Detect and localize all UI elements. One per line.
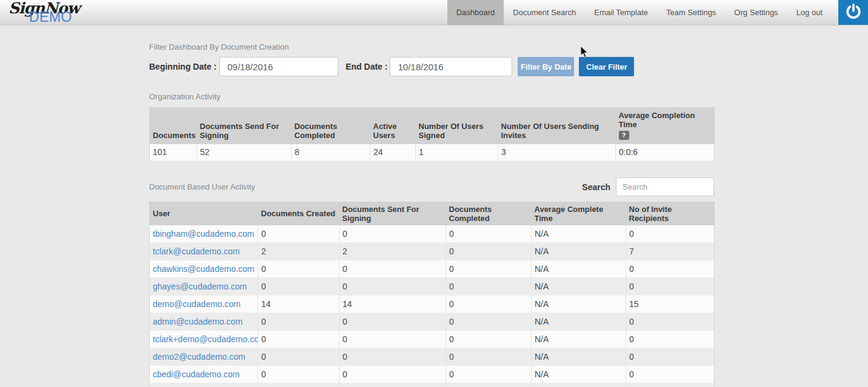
beginning-date-input[interactable] (219, 57, 338, 76)
value-cell: 7 (626, 243, 715, 260)
user-cell: cbedi@cudademo.com (150, 366, 258, 383)
user-col-user: User (150, 202, 258, 225)
value-cell: 0 (446, 383, 532, 387)
table-row: cbedi@cudademo.com000N/A0 (150, 366, 715, 383)
table-row: chawkins@cudademo.com000N/A0 (150, 260, 715, 278)
value-cell: 0 (339, 225, 446, 243)
user-email-link[interactable]: cbedi@cudademo.com (153, 369, 239, 379)
user-email-link[interactable]: admin@cudademo.com (153, 317, 242, 326)
org-val-users-sending-invites: 3 (498, 144, 616, 160)
value-cell: N/A (532, 225, 626, 243)
user-email-link[interactable]: demo@cudademo.com (153, 299, 241, 309)
user-cell: rgutierrez@cudademo.com (150, 383, 258, 387)
org-val-docs-completed: 8 (292, 144, 370, 160)
user-col-avg-complete-time: Average Complete Time (532, 202, 626, 225)
org-col-users-sending-invites: Number Of Users Sending Invites (498, 108, 616, 145)
search-input[interactable] (616, 177, 714, 196)
org-activity-table: Documents Documents Send For Signing Doc… (149, 107, 715, 161)
user-activity-title: Document Based User Activity (149, 182, 255, 191)
user-email-link[interactable]: demo2@cudademo.com (153, 352, 245, 362)
user-cell: admin@cudademo.com (150, 313, 258, 331)
table-row: tbingham@cudademo.com000N/A0 (150, 225, 715, 243)
org-table-data-row: 101 52 8 24 1 3 0:0:6 (150, 144, 715, 160)
power-icon (845, 3, 862, 22)
user-email-link[interactable]: tbingham@cudademo.com (153, 229, 255, 239)
value-cell: 0 (339, 278, 446, 296)
value-cell: 0 (446, 331, 532, 348)
value-cell: 0 (339, 313, 446, 331)
user-email-link[interactable]: chawkins@cudademo.com (153, 264, 255, 274)
value-cell: 0 (446, 243, 532, 260)
nav-item-email-template[interactable]: Email Template (585, 0, 657, 25)
user-table-header-row: User Documents Created Documents Sent Fo… (150, 202, 715, 225)
org-col-docs-completed: Documents Completed (292, 108, 370, 145)
value-cell: 0 (446, 296, 532, 313)
user-cell: tclark@cudademo.com (150, 243, 258, 260)
user-email-link[interactable]: tclark@cudademo.com (153, 246, 239, 256)
org-val-documents: 101 (150, 144, 197, 160)
value-cell: 0 (339, 348, 446, 366)
org-col-active-users: Active Users (370, 108, 416, 145)
brand-logo: SignNow DEMO (8, 1, 79, 24)
clear-filter-button[interactable]: Clear Filter (579, 57, 634, 76)
table-row: tclark+demo@cudademo.com000N/A0 (150, 331, 715, 348)
value-cell: 0 (258, 260, 339, 278)
value-cell: 0 (446, 313, 532, 331)
value-cell: 0 (626, 260, 715, 278)
value-cell: 0 (258, 348, 339, 366)
user-cell: demo@cudademo.com (150, 296, 258, 313)
nav-item-team-settings[interactable]: Team Settings (657, 0, 725, 25)
value-cell: 14 (339, 296, 446, 313)
table-row: rgutierrez@cudademo.com000N/A0 (150, 383, 715, 387)
org-val-docs-send-for-signing: 52 (197, 144, 292, 160)
power-button[interactable] (838, 0, 868, 25)
org-table-header-row: Documents Documents Send For Signing Doc… (150, 108, 715, 145)
end-date-input[interactable] (390, 57, 512, 76)
org-col-avg-completion-time-label: Average Completion Time (619, 111, 695, 129)
user-cell: ghayes@cudademo.com (150, 278, 258, 296)
value-cell: N/A (532, 296, 626, 313)
table-row: tclark@cudademo.com220N/A7 (150, 243, 715, 260)
user-cell: demo2@cudademo.com (150, 348, 258, 366)
user-cell: tbingham@cudademo.com (150, 225, 258, 243)
value-cell: 0 (446, 278, 532, 296)
nav-item-dashboard[interactable]: Dashboard (447, 0, 504, 25)
value-cell: N/A (532, 278, 626, 296)
org-col-documents: Documents (150, 108, 197, 145)
value-cell: 0 (258, 313, 339, 331)
value-cell: 0 (339, 260, 446, 278)
help-icon[interactable]: ? (619, 131, 629, 140)
end-date-label: End Date : (346, 62, 387, 71)
table-row: demo@cudademo.com14140N/A15 (150, 296, 715, 313)
value-cell: 15 (626, 296, 715, 313)
org-val-avg-completion-time: 0:0:6 (616, 144, 715, 160)
user-col-invite-recipients: No of Invite Recipients (626, 202, 715, 225)
value-cell: 0 (446, 366, 532, 383)
org-val-users-signed: 1 (416, 144, 498, 160)
value-cell: N/A (532, 313, 626, 331)
filter-by-date-button[interactable]: Filter By Date (518, 57, 574, 76)
value-cell: 0 (446, 225, 532, 243)
filter-row: Beginning Date : End Date : Filter By Da… (149, 57, 714, 76)
user-cell: tclark+demo@cudademo.com (150, 331, 258, 348)
user-email-link[interactable]: ghayes@cudademo.com (153, 282, 247, 291)
nav-item-log-out[interactable]: Log out (787, 0, 832, 25)
user-email-link[interactable]: tclark+demo@cudademo.com (153, 334, 258, 344)
org-activity-title: Organization Activity (149, 92, 714, 101)
user-col-docs-created: Documents Created (258, 202, 339, 225)
search-area: Search (582, 177, 714, 196)
value-cell: 0 (626, 313, 715, 331)
value-cell: 0 (339, 331, 446, 348)
table-row: ghayes@cudademo.com000N/A0 (150, 278, 715, 296)
value-cell: 0 (626, 366, 715, 383)
nav-item-org-settings[interactable]: Org Settings (725, 0, 787, 25)
nav-item-document-search[interactable]: Document Search (504, 0, 585, 25)
user-table-body: tbingham@cudademo.com000N/A0tclark@cudad… (150, 225, 715, 387)
user-col-docs-sent-for-signing: Documents Sent For Signing (339, 202, 446, 225)
search-label: Search (582, 182, 610, 192)
value-cell: 14 (258, 296, 339, 313)
top-navbar: SignNow DEMO Dashboard Document Search E… (0, 0, 868, 25)
value-cell: 0 (258, 225, 339, 243)
value-cell: N/A (532, 331, 626, 348)
org-col-users-signed: Number Of Users Signed (416, 108, 498, 145)
